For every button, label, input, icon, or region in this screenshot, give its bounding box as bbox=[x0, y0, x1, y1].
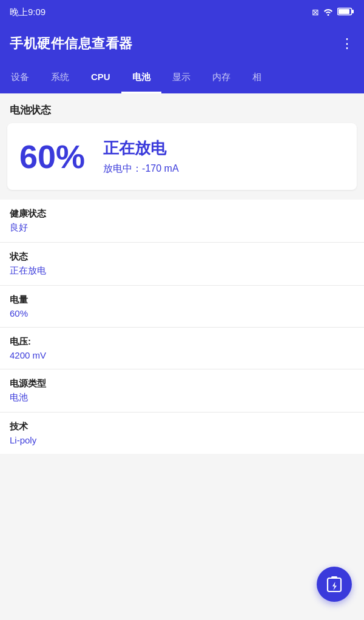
info-value-voltage: 4200 mV bbox=[10, 350, 354, 360]
info-value-status: 正在放电 bbox=[10, 265, 354, 277]
info-label-voltage: 电压: bbox=[10, 336, 354, 348]
info-value-health: 良好 bbox=[10, 222, 354, 234]
battery-card: 60% 正在放电 放电中：-170 mA bbox=[7, 123, 357, 190]
tab-memory[interactable]: 内存 bbox=[201, 63, 241, 93]
battery-section-title: 电池状态 bbox=[0, 93, 364, 123]
info-row-health: 健康状态 良好 bbox=[0, 200, 364, 243]
tab-bar: 设备 系统 CPU 电池 显示 内存 相 bbox=[0, 63, 364, 93]
battery-percent-display: 60% bbox=[19, 138, 85, 175]
status-bar: 晚上9:09 ⊠ bbox=[0, 0, 364, 24]
tab-battery[interactable]: 电池 bbox=[121, 63, 161, 93]
battery-fab-icon bbox=[326, 575, 343, 594]
svg-rect-2 bbox=[339, 9, 349, 14]
info-label-power-type: 电源类型 bbox=[10, 378, 354, 389]
svg-rect-4 bbox=[331, 576, 337, 579]
battery-icon bbox=[337, 7, 354, 18]
info-value-level: 60% bbox=[10, 308, 354, 318]
info-row-level: 电量 60% bbox=[0, 286, 364, 328]
app-title: 手机硬件信息查看器 bbox=[10, 35, 133, 53]
status-time: 晚上9:09 bbox=[10, 7, 46, 18]
tab-display[interactable]: 显示 bbox=[161, 63, 201, 93]
svg-rect-1 bbox=[352, 10, 354, 13]
info-row-voltage: 电压: 4200 mV bbox=[0, 328, 364, 369]
tab-camera[interactable]: 相 bbox=[241, 63, 272, 93]
alert-icon: ⊠ bbox=[312, 7, 319, 17]
info-label-level: 电量 bbox=[10, 294, 354, 306]
info-row-power-type: 电源类型 电池 bbox=[0, 369, 364, 413]
battery-status-text: 正在放电 放电中：-170 mA bbox=[103, 138, 178, 175]
info-section: 健康状态 良好 状态 正在放电 电量 60% 电压: 4200 mV 电源类型 … bbox=[0, 200, 364, 454]
info-label-tech: 技术 bbox=[10, 421, 354, 433]
tab-cpu[interactable]: CPU bbox=[80, 63, 121, 93]
wifi-icon bbox=[323, 7, 334, 18]
content-area: 电池状态 60% 正在放电 放电中：-170 mA 健康状态 良好 状态 正在放… bbox=[0, 93, 364, 454]
info-label-health: 健康状态 bbox=[10, 208, 354, 220]
battery-status-sub: 放电中：-170 mA bbox=[103, 163, 178, 175]
info-row-status: 状态 正在放电 bbox=[0, 243, 364, 286]
info-value-power-type: 电池 bbox=[10, 392, 354, 403]
app-bar: 手机硬件信息查看器 ⋮ bbox=[0, 24, 364, 63]
battery-fab-button[interactable] bbox=[317, 567, 352, 602]
status-icons: ⊠ bbox=[312, 7, 354, 18]
more-menu-icon[interactable]: ⋮ bbox=[340, 36, 354, 52]
tab-device[interactable]: 设备 bbox=[0, 63, 40, 93]
battery-status-main: 正在放电 bbox=[103, 138, 178, 159]
info-label-status: 状态 bbox=[10, 251, 354, 263]
tab-system[interactable]: 系统 bbox=[40, 63, 80, 93]
info-row-tech: 技术 Li-poly bbox=[0, 413, 364, 454]
info-value-tech: Li-poly bbox=[10, 435, 354, 445]
